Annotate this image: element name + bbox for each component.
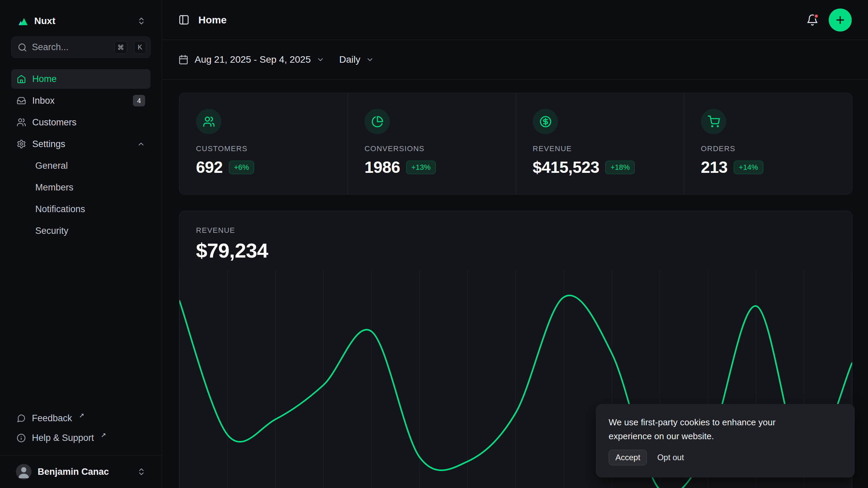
sidebar-item-label: Home	[32, 74, 57, 84]
nuxt-logo-icon	[16, 16, 29, 26]
inbox-icon	[17, 96, 26, 105]
help-support-link[interactable]: Help & Support ↗	[11, 428, 151, 448]
workspace-name: Nuxt	[34, 16, 132, 26]
search-input[interactable]: Search... ⌘ K	[11, 37, 151, 58]
sidebar-subitem-label: Members	[35, 182, 74, 193]
stat-value: 1986	[364, 158, 400, 177]
sidebar-toggle-icon[interactable]	[178, 14, 190, 25]
sidebar-item-home[interactable]: Home	[11, 69, 151, 89]
stat-delta-badge: +18%	[605, 161, 635, 174]
sidebar-spacer	[11, 243, 151, 408]
avatar	[16, 464, 32, 480]
page-title: Home	[198, 14, 226, 26]
interval-select[interactable]: Daily	[339, 54, 374, 65]
revenue-chart-value: $79,234	[196, 239, 835, 262]
sidebar-subitem-label: Notifications	[35, 204, 85, 215]
message-circle-icon	[17, 414, 26, 423]
user-name: Benjamin Canac	[38, 467, 131, 477]
stats-summary-card: CUSTOMERS 692 +6% CONVERSIONS 1986 +13%	[179, 93, 852, 195]
sidebar-item-label: Inbox	[32, 96, 55, 106]
sidebar-item-members[interactable]: Members	[11, 178, 151, 197]
add-button[interactable]	[829, 8, 852, 32]
kbd-k: K	[134, 41, 146, 54]
stat-label: ORDERS	[701, 144, 839, 153]
plus-icon	[834, 14, 846, 26]
sidebar: Nuxt Search... ⌘ K Home	[0, 0, 162, 488]
chevron-down-icon	[366, 56, 374, 64]
sidebar-footer: Feedback ↗ Help & Support ↗	[11, 408, 151, 448]
circle-dollar-icon	[533, 109, 558, 134]
external-link-icon: ↗	[79, 411, 84, 419]
workspace-switcher[interactable]: Nuxt	[11, 10, 151, 32]
search-placeholder: Search...	[32, 42, 110, 53]
chevrons-up-down-icon	[137, 17, 146, 25]
kbd-cmd: ⌘	[114, 41, 127, 54]
cookie-banner: We use first-party cookies to enhance yo…	[596, 404, 855, 477]
notifications-bell-button[interactable]	[806, 14, 818, 26]
info-circle-icon	[17, 433, 26, 443]
external-link-icon: ↗	[101, 431, 106, 439]
sidebar-item-general[interactable]: General	[11, 156, 151, 176]
sidebar-subitem-label: General	[35, 161, 68, 171]
footer-link-label: Feedback	[32, 413, 72, 424]
chart-pie-icon	[364, 109, 390, 134]
chevrons-up-down-icon	[137, 467, 146, 476]
stat-revenue: REVENUE $415,523 +18%	[516, 93, 684, 194]
notification-dot	[814, 14, 819, 19]
stat-value: 692	[196, 158, 223, 177]
chevron-down-icon	[316, 56, 324, 64]
stat-label: CUSTOMERS	[196, 144, 334, 153]
stat-label: CONVERSIONS	[364, 144, 502, 153]
stat-orders: ORDERS 213 +14%	[684, 93, 852, 194]
stat-delta-badge: +13%	[406, 161, 436, 174]
date-range-picker[interactable]: Aug 21, 2025 - Sep 4, 2025	[195, 54, 324, 65]
sidebar-nav: Home Inbox 4 Customers Settings	[11, 69, 151, 243]
optout-cookies-button[interactable]: Opt out	[657, 453, 684, 462]
shopping-cart-icon	[701, 109, 726, 134]
revenue-chart-label: REVENUE	[196, 226, 835, 235]
footer-link-label: Help & Support	[32, 433, 94, 443]
filter-toolbar: Aug 21, 2025 - Sep 4, 2025 Daily	[162, 40, 868, 80]
search-icon	[18, 43, 27, 52]
sidebar-item-notifications[interactable]: Notifications	[11, 199, 151, 219]
calendar-icon	[178, 55, 189, 65]
users-icon	[196, 109, 221, 134]
user-menu[interactable]: Benjamin Canac	[0, 455, 162, 488]
accept-cookies-button[interactable]: Accept	[609, 450, 647, 465]
stat-conversions: CONVERSIONS 1986 +13%	[348, 93, 516, 194]
inbox-count-badge: 4	[133, 95, 145, 106]
sidebar-item-customers[interactable]: Customers	[11, 113, 151, 132]
home-icon	[17, 74, 26, 84]
gear-icon	[17, 139, 26, 149]
cookie-message: We use first-party cookies to enhance yo…	[609, 415, 805, 443]
sidebar-item-inbox[interactable]: Inbox 4	[11, 91, 151, 110]
chevron-up-icon	[137, 140, 145, 148]
sidebar-item-label: Customers	[32, 117, 77, 128]
sidebar-item-settings[interactable]: Settings	[11, 134, 151, 154]
stat-value: 213	[701, 158, 728, 177]
stat-customers: CUSTOMERS 692 +6%	[179, 93, 348, 194]
sidebar-item-label: Settings	[32, 139, 65, 149]
feedback-link[interactable]: Feedback ↗	[11, 408, 151, 428]
interval-label: Daily	[339, 54, 360, 65]
stat-delta-badge: +6%	[229, 161, 254, 174]
stat-delta-badge: +14%	[734, 161, 763, 174]
revenue-chart-header: REVENUE $79,234	[179, 211, 852, 262]
sidebar-item-security[interactable]: Security	[11, 221, 151, 241]
sidebar-subitem-label: Security	[35, 226, 68, 236]
stat-label: REVENUE	[533, 144, 670, 153]
users-icon	[17, 118, 26, 127]
date-range-label: Aug 21, 2025 - Sep 4, 2025	[195, 54, 311, 65]
top-header: Home	[162, 0, 868, 40]
stat-value: $415,523	[533, 158, 599, 177]
